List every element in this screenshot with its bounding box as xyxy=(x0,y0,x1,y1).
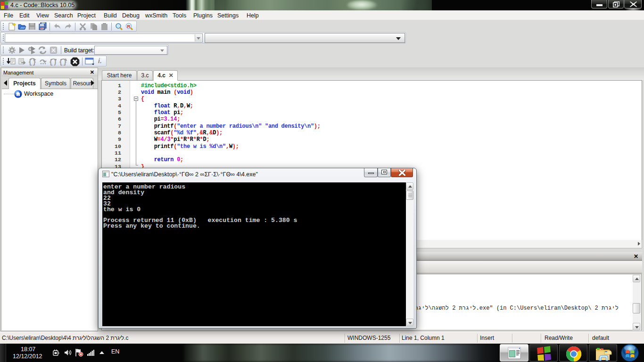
svg-text:R: R xyxy=(127,24,131,29)
